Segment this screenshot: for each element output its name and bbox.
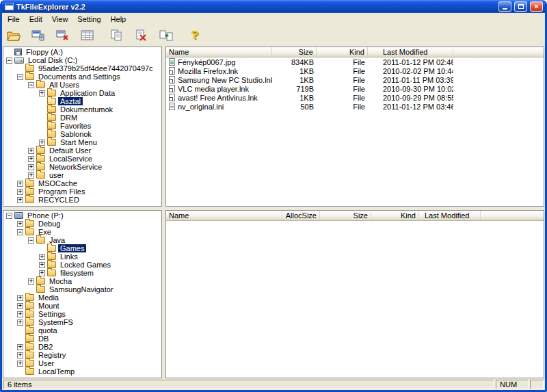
tree-item-label[interactable]: 95ade379b25df4dee7442070497c — [36, 64, 155, 73]
column-header-blank[interactable] — [453, 47, 544, 57]
tree-item-label[interactable]: DRM — [58, 114, 79, 122]
column-header-allocsize[interactable]: AllocSize — [282, 211, 320, 220]
expand-icon[interactable]: + — [28, 164, 34, 170]
tree-item-label[interactable]: user — [47, 171, 66, 179]
file-row-f-nyk-p0067-jpg[interactable]: Fénykép0067.jpg834KBFile2011-01-12 PM 02… — [166, 57, 544, 66]
expand-icon[interactable]: + — [28, 172, 34, 179]
tree-item-documents-and-settings[interactable]: −Documents and Settings — [3, 73, 161, 81]
tree-item-label[interactable]: Default User — [47, 146, 93, 155]
help-button[interactable]: ? — [186, 27, 204, 44]
collapse-icon[interactable]: − — [17, 74, 23, 80]
tree-item-label[interactable]: Favorites — [58, 122, 93, 130]
menu-view[interactable]: View — [47, 14, 73, 25]
column-header-kind[interactable]: Kind — [317, 47, 368, 57]
expand-icon[interactable]: + — [17, 352, 23, 358]
expand-icon[interactable]: + — [28, 278, 34, 285]
tree-item-label[interactable]: SystemFS — [36, 318, 75, 326]
tree-item-label[interactable]: MSOCache — [36, 179, 79, 187]
column-header-size[interactable]: Size — [272, 47, 317, 57]
phone-files-pane[interactable]: NameAllocSizeSizeKindLast Modified — [165, 210, 544, 378]
delete-file-button[interactable] — [132, 27, 150, 44]
expand-icon[interactable]: + — [17, 295, 23, 301]
grid-view-button[interactable] — [78, 27, 96, 44]
tree-item-label[interactable]: Application Data — [58, 89, 117, 97]
expand-icon[interactable]: + — [17, 311, 23, 317]
tree-item-label[interactable]: Games — [58, 244, 86, 252]
tree-item-games[interactable]: Games — [3, 244, 161, 252]
tree-item-exe[interactable]: −Exe — [3, 228, 161, 236]
tree-item-floppy-a[interactable]: Floppy (A:) — [3, 48, 161, 56]
tree-item-label[interactable]: Media — [36, 293, 61, 302]
tree-item-localtemp[interactable]: LocalTemp — [3, 367, 161, 376]
collapse-icon[interactable]: − — [28, 237, 34, 244]
status-resize-grip[interactable] — [530, 380, 544, 389]
expand-icon[interactable]: + — [39, 140, 45, 146]
tree-item-favorites[interactable]: Favorites — [3, 122, 161, 130]
copy-files-button[interactable] — [107, 27, 126, 44]
local-tree-pane[interactable]: Floppy (A:)−Local Disk (C:)95ade379b25df… — [3, 47, 162, 207]
tree-item-label[interactable]: Start Menu — [58, 138, 99, 146]
tree-item-label[interactable]: Debug — [36, 220, 62, 228]
minimize-button[interactable] — [498, 1, 511, 12]
expand-icon[interactable]: + — [39, 262, 45, 268]
tree-item-dokumentumok[interactable]: Dokumentumok — [3, 105, 161, 114]
tree-item-label[interactable]: LocalTemp — [36, 367, 77, 376]
tree-item-default-user[interactable]: +Default User — [3, 146, 161, 155]
tree-item-label[interactable]: NetworkService — [47, 163, 104, 171]
expand-icon[interactable]: + — [17, 197, 23, 203]
expand-icon[interactable]: + — [28, 148, 34, 154]
file-row-nv-original-ini[interactable]: nv_original.ini50BFile2011-01-12 PM 03:4… — [166, 102, 544, 111]
file-row-mozilla-firefox-lnk[interactable]: Mozilla Firefox.lnk1KBFile2010-02-02 PM … — [166, 66, 544, 75]
tree-item-label[interactable]: Links — [58, 252, 80, 261]
tree-item-label[interactable]: Dokumentumok — [58, 105, 115, 114]
expand-icon[interactable]: + — [39, 254, 45, 260]
column-header-size[interactable]: Size — [320, 211, 371, 220]
expand-icon[interactable]: + — [28, 156, 34, 162]
connect-device-button[interactable] — [29, 27, 47, 44]
tree-item-java[interactable]: −Java — [3, 236, 161, 244]
tree-item-label[interactable]: Locked Games — [58, 261, 113, 269]
disconnect-device-button[interactable] — [53, 27, 72, 44]
column-header-last-modified[interactable]: Last Modified — [368, 47, 453, 57]
collapse-icon[interactable]: − — [6, 213, 12, 219]
transfer-files-button[interactable] — [157, 27, 175, 44]
expand-icon[interactable]: + — [17, 361, 23, 367]
tree-item-label[interactable]: Mount — [36, 302, 62, 310]
tree-item-label[interactable]: DB2 — [36, 343, 55, 351]
menu-help[interactable]: Help — [106, 14, 131, 25]
tree-item-label[interactable]: Local Disk (C:) — [26, 56, 79, 64]
column-header-kind[interactable]: Kind — [371, 211, 419, 220]
tree-item-start-menu[interactable]: +Start Menu — [3, 138, 161, 146]
close-button[interactable]: × — [530, 1, 543, 12]
tree-item-asztal[interactable]: Asztal — [3, 97, 161, 105]
tree-item-drm[interactable]: DRM — [3, 114, 161, 122]
tree-item-sablonok[interactable]: Sablonok — [3, 130, 161, 138]
tree-item-all-users[interactable]: −All Users — [3, 81, 161, 89]
phone-tree-pane[interactable]: −Phone (P:)+Debug−Exe−JavaGames+Links+Lo… — [3, 210, 162, 378]
menu-file[interactable]: File — [3, 14, 25, 25]
expand-icon[interactable]: + — [17, 303, 23, 309]
expand-icon[interactable]: + — [39, 90, 45, 96]
tree-item-locked-games[interactable]: +Locked Games — [3, 261, 161, 269]
open-folder-button[interactable] — [4, 27, 23, 44]
tree-item-label[interactable]: Sablonok — [58, 130, 94, 138]
tree-item-label[interactable]: filesystem — [58, 269, 96, 277]
tree-item-application-data[interactable]: +Application Data — [3, 89, 161, 97]
expand-icon[interactable]: + — [17, 344, 23, 350]
tree-item-label[interactable]: DB — [36, 335, 51, 343]
tree-item-label[interactable]: Phone (P:) — [25, 211, 66, 220]
column-header-blank[interactable] — [481, 211, 544, 220]
local-files-pane[interactable]: NameSizeKindLast Modified Fénykép0067.jp… — [165, 47, 544, 207]
maximize-button[interactable] — [514, 1, 527, 12]
tree-item-label[interactable]: quota — [36, 326, 59, 335]
collapse-icon[interactable]: − — [28, 82, 34, 88]
file-row-avast-free-antivirus-lnk[interactable]: avast! Free Antivirus.lnk1KBFile2010-09-… — [166, 93, 544, 102]
tree-item-label[interactable]: Program Files — [36, 187, 87, 196]
collapse-icon[interactable]: − — [6, 57, 12, 64]
tree-item-mocha[interactable]: +Mocha — [3, 277, 161, 285]
tree-item-localservice[interactable]: +LocalService — [3, 155, 161, 163]
tree-item-label[interactable]: All Users — [47, 81, 81, 89]
collapse-icon[interactable]: − — [17, 229, 23, 235]
menu-edit[interactable]: Edit — [25, 14, 47, 25]
column-header-name[interactable]: Name — [166, 47, 272, 57]
